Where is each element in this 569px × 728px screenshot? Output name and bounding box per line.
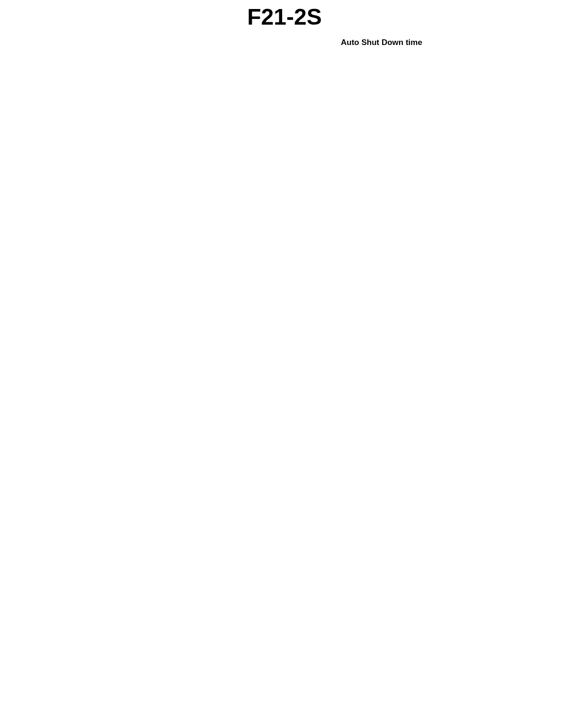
asd-heading: Auto Shut Down time (341, 38, 422, 47)
page-title: F21-2S (0, 0, 569, 30)
auto-shutdown-block: Auto Shut Down time Default setting : Ne… (341, 38, 483, 49)
asd-subheading: Default setting : Never (341, 47, 426, 49)
